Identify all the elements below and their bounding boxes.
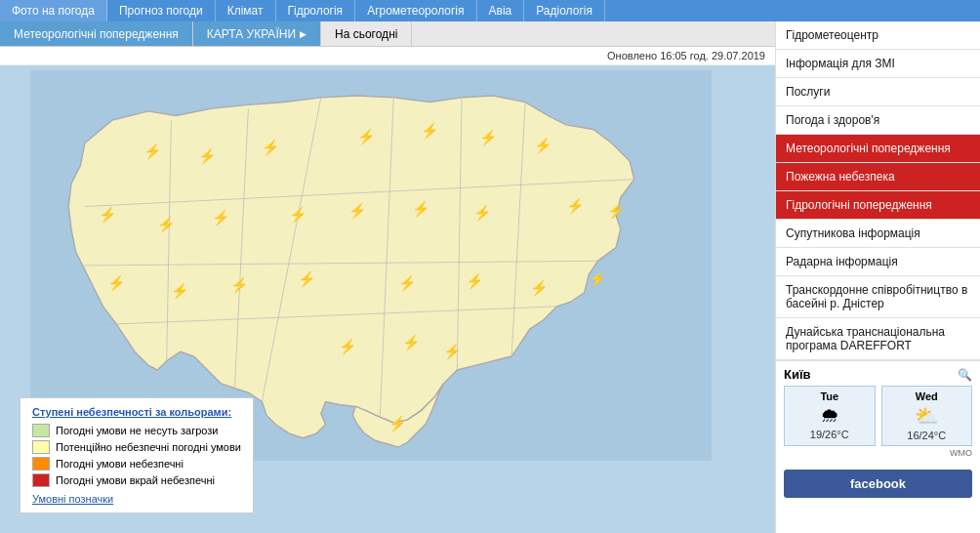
sidebar-item-hydro[interactable]: Гідрометеоцентр xyxy=(776,21,980,50)
weather-day-wed: Wed ⛅ 16/24°C xyxy=(881,386,973,446)
svg-text:⚡: ⚡ xyxy=(398,274,417,292)
svg-text:⚡: ⚡ xyxy=(412,200,430,218)
sidebar-item-hydro-warnings[interactable]: Гідрологічні попередження xyxy=(776,191,980,220)
legend-item-3: Погодні умови вкрай небезпечні xyxy=(32,473,241,487)
svg-text:⚡: ⚡ xyxy=(99,206,117,224)
breadcrumb: Метеорологічні попередження КАРТА УКРАЇН… xyxy=(0,21,775,47)
nav-photo[interactable]: Фото на погода xyxy=(0,0,107,21)
legend-title: Ступені небезпечності за кольорами: xyxy=(32,406,241,418)
tab-today[interactable]: На сьогодні xyxy=(321,21,412,46)
nav-agro[interactable]: Агрометеорологія xyxy=(355,0,476,21)
nav-hydrology[interactable]: Гідрологія xyxy=(276,0,356,21)
svg-text:⚡: ⚡ xyxy=(198,147,217,165)
svg-text:⚡: ⚡ xyxy=(530,279,549,297)
top-navigation: Фото на погода Прогноз погоди Клімат Гід… xyxy=(0,0,980,21)
breadcrumb-section[interactable]: Метеорологічні попередження xyxy=(0,21,193,46)
svg-text:⚡: ⚡ xyxy=(171,282,189,300)
weather-days: Tue 🌧 19/26°C Wed ⛅ 16/24°C xyxy=(784,386,972,446)
svg-text:⚡: ⚡ xyxy=(421,122,439,140)
nav-radiology[interactable]: Радіологія xyxy=(524,0,605,21)
svg-text:⚡: ⚡ xyxy=(607,202,626,220)
sidebar-item-fire[interactable]: Пожежна небезпека xyxy=(776,163,980,191)
nav-avia[interactable]: Авіа xyxy=(477,0,525,21)
updated-timestamp: Оновлено 16:05 год. 29.07.2019 xyxy=(0,47,775,65)
wmo-logo: WMO xyxy=(784,448,972,458)
svg-text:⚡: ⚡ xyxy=(298,270,316,288)
legend-color-extreme xyxy=(32,473,50,487)
svg-text:⚡: ⚡ xyxy=(473,204,492,222)
svg-text:⚡: ⚡ xyxy=(339,338,357,355)
map-container: ⚡ ⚡ ⚡ ⚡ ⚡ ⚡ ⚡ ⚡ ⚡ ⚡ ⚡ ⚡ ⚡ ⚡ ⚡ ⚡ ⚡ ⚡ xyxy=(0,65,775,533)
svg-text:⚡: ⚡ xyxy=(466,272,484,290)
map-legend: Ступені небезпечності за кольорами: Пого… xyxy=(20,397,254,513)
nav-climate[interactable]: Клімат xyxy=(216,0,276,21)
sidebar-item-services[interactable]: Послуги xyxy=(776,78,980,106)
svg-text:⚡: ⚡ xyxy=(289,206,307,224)
legend-item-1: Потенційно небезпечні погодні умови xyxy=(32,440,241,454)
legend-color-dangerous xyxy=(32,457,50,471)
sidebar-item-satellite[interactable]: Супутникова інформація xyxy=(776,220,980,248)
svg-text:⚡: ⚡ xyxy=(534,137,552,154)
nav-forecast[interactable]: Прогноз погоди xyxy=(107,0,216,21)
weather-day-tue: Tue 🌧 19/26°C xyxy=(784,386,876,446)
svg-text:⚡: ⚡ xyxy=(443,343,462,360)
sidebar-item-radar[interactable]: Радарна інформація xyxy=(776,248,980,276)
tab-ukraine-map[interactable]: КАРТА УКРАЇНИ xyxy=(193,21,321,46)
svg-text:⚡: ⚡ xyxy=(589,270,607,288)
svg-text:⚡: ⚡ xyxy=(566,197,585,215)
weather-icon-wed: ⛅ xyxy=(886,404,968,428)
svg-text:⚡: ⚡ xyxy=(479,129,498,146)
legend-link[interactable]: Умовні позначки xyxy=(32,493,241,505)
sidebar-item-health[interactable]: Погода і здоров'я xyxy=(776,106,980,135)
svg-text:⚡: ⚡ xyxy=(157,216,176,233)
sidebar-item-danube[interactable]: Дунайська транснаціональна програма DARE… xyxy=(776,318,980,360)
svg-text:⚡: ⚡ xyxy=(230,276,249,294)
weather-search-icon[interactable]: 🔍 xyxy=(958,368,972,382)
sidebar-item-transborder[interactable]: Транскордонне співробітництво в басейні … xyxy=(776,276,980,318)
sidebar-item-meteo-warnings[interactable]: Метеорологічні попередження xyxy=(776,135,980,163)
svg-text:⚡: ⚡ xyxy=(107,274,126,292)
legend-item-2: Погодні умови небезпечні xyxy=(32,457,241,471)
svg-text:⚡: ⚡ xyxy=(262,139,280,156)
legend-item-0: Погодні умови не несуть загрози xyxy=(32,424,241,437)
svg-text:⚡: ⚡ xyxy=(357,128,376,145)
right-sidebar: Гідрометеоцентр Інформація для ЗМІ Послу… xyxy=(775,21,980,533)
svg-text:⚡: ⚡ xyxy=(388,415,407,432)
facebook-button[interactable]: facebook xyxy=(784,470,972,498)
weather-icon-tue: 🌧 xyxy=(789,404,871,427)
legend-color-safe xyxy=(32,424,50,437)
sidebar-item-media[interactable]: Інформація для ЗМІ xyxy=(776,50,980,78)
svg-text:⚡: ⚡ xyxy=(212,209,230,226)
main-area: Метеорологічні попередження КАРТА УКРАЇН… xyxy=(0,21,980,533)
content-area: Метеорологічні попередження КАРТА УКРАЇН… xyxy=(0,21,775,533)
weather-city-row: Київ 🔍 xyxy=(784,367,972,382)
legend-color-potential xyxy=(32,440,50,454)
weather-city-name: Київ xyxy=(784,367,811,382)
svg-text:⚡: ⚡ xyxy=(348,202,367,220)
weather-widget: Київ 🔍 Tue 🌧 19/26°C Wed ⛅ 16/24°C WMO xyxy=(776,360,980,464)
svg-text:⚡: ⚡ xyxy=(143,143,162,160)
svg-text:⚡: ⚡ xyxy=(402,334,421,351)
